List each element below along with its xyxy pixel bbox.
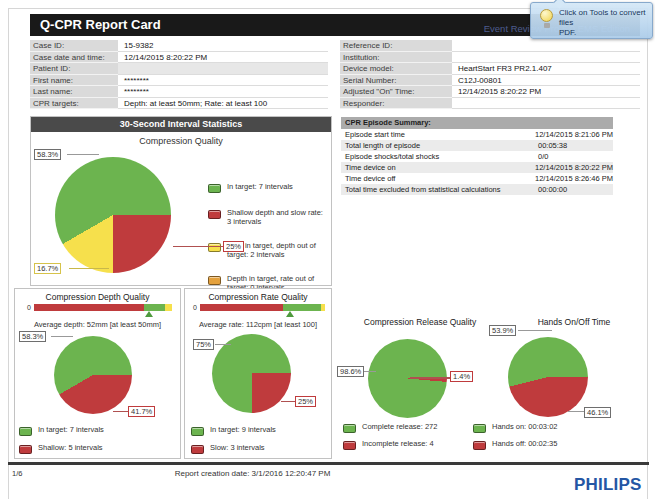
summary-value: 12/14/2015 8:21:06 PM [535,129,613,140]
info-value: 12/14/2015 8:20:22 PM [452,86,640,98]
legend-item: In target: 7 intervals [208,183,328,193]
info-row: Serial Number:C12J-00801 [340,75,640,87]
info-label: CPR targets: [30,98,118,110]
label-connector [113,411,129,412]
gauge-min-label: 0 [187,304,197,312]
pie-slice-label: 25% [295,396,316,407]
info-label: Case date and time: [30,52,118,64]
legend-swatch-red [19,445,32,454]
compression-quality-title: Compression Quality [31,136,331,146]
rate-quality-legend: In target: 9 intervals Slow: 3 intervals [191,426,276,454]
info-value: ******** [118,86,328,98]
info-row: First name:******** [30,75,328,87]
label-connector [518,330,552,331]
summary-label: Time device off [341,173,535,184]
label-connector [51,336,73,337]
info-row: CPR targets:Depth: at least 50mm; Rate: … [30,98,328,110]
legend-label: Complete release: 272 [362,423,437,432]
compression-quality-pie [55,157,171,273]
info-label: Device model: [340,63,452,75]
hands-time-title: Hands On/Off Time [500,317,648,327]
legend-item: Shallow: 5 intervals [19,444,104,454]
rate-quality-panel: Compression Rate Quality 0 Average rate:… [184,288,332,459]
tooltip-line1: Click on Tools to convert files [559,8,651,28]
legend-label: In target: 9 intervals [210,426,276,435]
info-label: Serial Number: [340,75,452,87]
release-quality-legend: Complete release: 272 Incomplete release… [343,423,437,450]
gauge-track [200,304,325,311]
info-row: Last name:******** [30,86,328,98]
pie-slice-label: 41.7% [128,406,155,417]
tooltip-text: Click on Tools to convert files PDF. [559,8,651,38]
info-value [452,52,640,64]
label-connector [69,268,109,269]
compression-quality-legend: In target: 7 intervals Shallow depth and… [208,183,328,292]
summary-value: 00:00:00 [538,184,613,195]
legend-swatch-green [208,184,221,193]
summary-value: 00:05:38 [538,140,613,151]
legend-item: Complete release: 272 [343,423,437,433]
release-quality-title: Compression Release Quality [345,317,495,327]
summary-label: Total length of episode [341,140,538,151]
label-connector [410,377,450,379]
summary-row: Episode shocks/total shocks0/0 [341,151,613,162]
legend-item: Hands on: 00:03:02 [473,423,557,433]
rate-quality-title: Compression Rate Quality [185,292,331,302]
legend-swatch-green [473,424,486,433]
pie-slice-label: 53.9% [489,325,516,336]
info-label: Case ID: [30,40,118,52]
legend-label: Hands on: 00:03:02 [492,423,557,432]
legend-item: Shallow depth and slow rate: 3 intervals [208,209,328,226]
pie-slice-label: 1.4% [450,371,473,382]
legend-item: In target: 9 intervals [191,426,276,436]
pie-slice-label: 46.1% [584,407,611,418]
legend-swatch-green [343,424,356,433]
summary-value: 12/14/2015 8:26:46 PM [535,173,613,184]
summary-label: Total time excluded from statistical cal… [341,184,538,195]
summary-label: Episode start time [341,129,535,140]
summary-label: Episode shocks/total shocks [341,151,538,162]
label-connector [67,154,99,155]
gauge-marker [145,311,153,317]
legend-item: Slow: 3 intervals [191,444,276,454]
rate-quality-pie [212,334,291,413]
interval-statistics-header: 30-Second Interval Statistics [31,117,331,132]
info-value: 12/14/2015 8:20:22 PM [118,52,328,64]
legend-item: In target: 7 intervals [19,426,104,436]
page-number: 1/6 [12,469,22,478]
rate-gauge: 0 [187,304,325,320]
depth-quality-pie [54,336,132,414]
legend-swatch-red [191,445,204,454]
info-label: Reference ID: [340,40,452,52]
info-label: First name: [30,75,118,87]
summary-value: 12/14/2015 8:20:22 PM [535,162,613,173]
info-value: ******** [118,75,328,87]
label-connector [568,411,584,412]
episode-summary-table: CPR Episode Summary: Episode start time1… [341,117,613,195]
info-label: Adjusted "On" Time: [340,86,452,98]
summary-value: 0/0 [538,151,613,162]
summary-label: Time device on [341,162,535,173]
hands-time-legend: Hands on: 00:03:02 Hands off: 00:02:35 [473,423,557,450]
info-label: Last name: [30,86,118,98]
info-row: Responder: [340,98,640,110]
convert-files-tooltip[interactable]: Click on Tools to convert files PDF. [530,2,653,39]
info-label: Responder: [340,98,452,110]
legend-label: Incomplete release: 4 [362,440,434,449]
info-row: Adjusted "On" Time:12/14/2015 8:20:22 PM [340,86,640,98]
legend-swatch-yellow [208,243,221,252]
gauge-track-wrap [200,304,325,320]
summary-row: Time device on12/14/2015 8:20:22 PM [341,162,613,173]
info-value [452,98,640,110]
legend-item: Incomplete release: 4 [343,440,437,450]
tooltip-line2: PDF. [559,28,651,38]
footer-divider [8,462,649,465]
case-info-left: Case ID:15-9382 Case date and time:12/14… [30,40,328,109]
interval-statistics-panel: 30-Second Interval Statistics Compressio… [30,116,332,286]
lightbulb-icon [540,9,553,22]
legend-label: In target: 7 intervals [227,183,293,192]
legend-swatch-orange [208,276,221,285]
info-row: Institution: [340,52,640,64]
report-page: Q-CPR Report Card Event Review Pro 5.0 E… [0,0,655,499]
average-rate-caption: Average rate: 112cpm [at least 100] [185,320,331,329]
